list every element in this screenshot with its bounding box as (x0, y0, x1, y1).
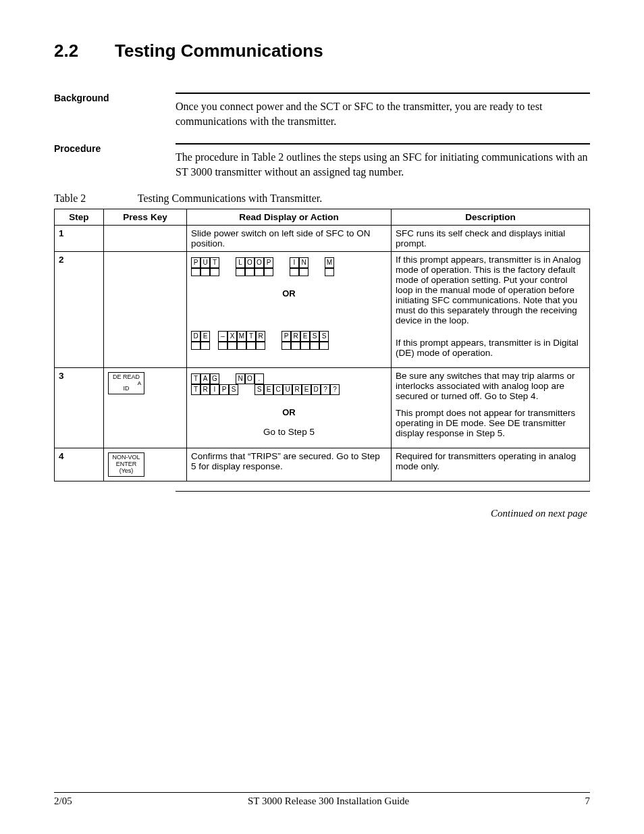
press-key-cell (104, 252, 187, 368)
table-row: 2 PUTLOOPINM OR DE–XMTRPRESS If this pro… (55, 252, 590, 368)
desc-text: If this prompt appears, transmitter is i… (396, 338, 585, 358)
table-title: Testing Communications with Transmitter. (138, 192, 323, 204)
action-cell: Confirms that “TRIPS” are secured. Go to… (187, 448, 392, 481)
header-press: Press Key (104, 209, 187, 226)
footer-center: ST 3000 Release 300 Installation Guide (248, 796, 409, 807)
procedure-label: Procedure (54, 143, 176, 179)
procedure-text: The procedure in Table 2 outlines the st… (176, 143, 590, 179)
footer-right: 7 (585, 796, 590, 807)
section-number: 2.2 (54, 41, 115, 61)
goto-text: Go to Step 5 (191, 427, 387, 437)
procedure-block: Procedure The procedure in Table 2 outli… (54, 138, 590, 179)
or-label: OR (191, 407, 387, 417)
table-caption: Table 2 Testing Communications with Tran… (54, 192, 590, 205)
or-label: OR (191, 288, 387, 298)
lcd-display: TAGNO. TRIPSSECURED?? (191, 373, 340, 395)
step-number: 1 (55, 226, 104, 252)
press-key-cell: NON-VOL ENTER (Yes) (104, 448, 187, 481)
background-label: Background (54, 93, 176, 128)
table-row: 4 NON-VOL ENTER (Yes) Confirms that “TRI… (55, 448, 590, 481)
desc-cell: If this prompt appears, transmitter is i… (392, 252, 590, 368)
action-cell: PUTLOOPINM OR DE–XMTRPRESS (187, 252, 392, 368)
procedure-table: Step Press Key Read Display or Action De… (54, 209, 590, 481)
continued-label: Continued on next page (54, 508, 587, 519)
action-cell: Slide power switch on left side of SFC t… (187, 226, 392, 252)
desc-cell: Be sure any switches that may trip alarm… (392, 368, 590, 448)
step-number: 4 (55, 448, 104, 481)
action-cell: TAGNO. TRIPSSECURED?? OR Go to Step 5 (187, 368, 392, 448)
header-desc: Description (392, 209, 590, 226)
press-key-cell (104, 226, 187, 252)
table-row: 1 Slide power switch on left side of SFC… (55, 226, 590, 252)
step-number: 3 (55, 368, 104, 448)
desc-text: If this prompt appears, transmitter is i… (396, 255, 585, 325)
step-number: 2 (55, 252, 104, 368)
desc-text: Be sure any switches that may trip alarm… (396, 371, 585, 401)
background-block: Background Once you connect power and th… (54, 87, 590, 128)
desc-cell: Required for transmitters operating in a… (392, 448, 590, 481)
desc-text: This prompt does not appear for transmit… (396, 408, 585, 438)
table-row: 3 DE READ A ID TAGNO. TRIPSSECURED?? OR … (55, 368, 590, 448)
press-key-cell: DE READ A ID (104, 368, 187, 448)
table-label: Table 2 (54, 192, 135, 205)
key-de-read: DE READ A ID (108, 372, 144, 394)
section-heading: 2.2Testing Communications (54, 41, 590, 61)
key-enter: NON-VOL ENTER (Yes) (108, 452, 144, 477)
background-text: Once you connect power and the SCT or SF… (176, 93, 590, 128)
desc-cell: SFC runs its self check and displays ini… (392, 226, 590, 252)
section-title: Testing Communications (115, 41, 323, 61)
footer-left: 2/05 (54, 796, 72, 807)
lcd-display: DE–XMTRPRESS (191, 331, 337, 350)
lcd-display: PUTLOOPINM (191, 257, 334, 276)
page-footer: 2/05 ST 3000 Release 300 Installation Gu… (54, 792, 590, 807)
table-header-row: Step Press Key Read Display or Action De… (55, 209, 590, 226)
header-step: Step (55, 209, 104, 226)
header-action: Read Display or Action (187, 209, 392, 226)
